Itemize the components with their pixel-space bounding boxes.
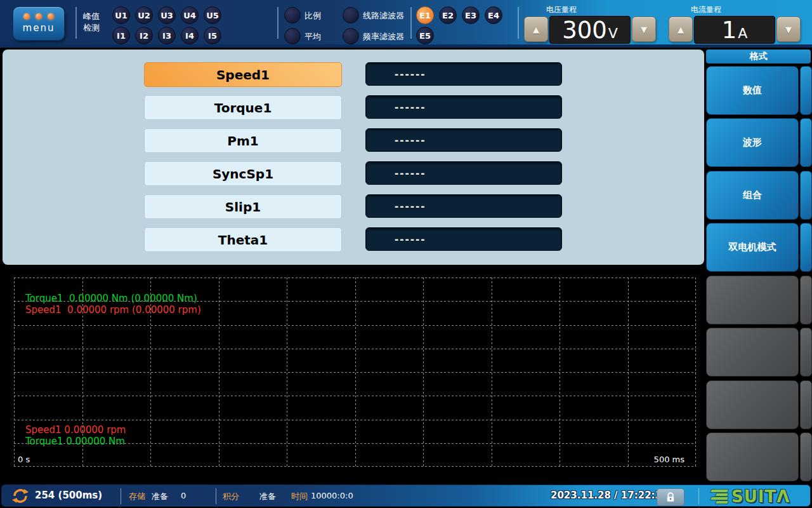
channel-indicator-u4[interactable]: U4 (181, 6, 199, 24)
peak-detect-line1: 峰值 (83, 11, 100, 22)
voltage-range-label: 电压量程 (546, 4, 577, 15)
ratio-label: 比例 (304, 10, 321, 22)
channel-indicator-u2[interactable]: U2 (135, 6, 153, 24)
suita-logo-mark-icon (711, 490, 728, 504)
lock-icon (665, 491, 676, 503)
sidebar-item-combination[interactable]: 组合 (706, 171, 799, 220)
legend-torque-top: Torque1 0.00000 Nm (0.00000 Nm) (25, 293, 197, 304)
sidebar-item-empty-3[interactable] (706, 380, 799, 429)
store-count: 0 (181, 491, 186, 500)
refresh-icon (12, 488, 29, 504)
voltage-range-display: 300 V (549, 16, 631, 44)
param-value-syncsp1: ------ (365, 161, 562, 185)
param-value-theta1: ------ (365, 227, 562, 251)
voltage-range-up-button[interactable]: ▲ (524, 17, 548, 42)
up-triangle-icon: ▲ (533, 25, 539, 34)
sidebar-strip-empty-3[interactable] (800, 380, 812, 429)
param-button-slip1[interactable]: Slip1 (144, 194, 342, 219)
freq-filter-label: 频率滤波器 (363, 31, 404, 43)
x-axis-start-label: 0 s (18, 455, 30, 464)
menu-dot-icon (36, 13, 42, 20)
down-triangle-icon: ▼ (641, 25, 647, 34)
channel-indicator-u5[interactable]: U5 (204, 6, 221, 24)
average-indicator[interactable] (284, 28, 301, 44)
sidebar-strip-combination[interactable] (800, 171, 812, 220)
sidebar-item-empty-2[interactable] (706, 328, 799, 377)
channel-indicator-e5[interactable]: E5 (416, 27, 434, 44)
current-range-display: 1 A (694, 16, 775, 44)
time-label: 时间 (291, 491, 308, 502)
channel-indicator-i1[interactable]: I1 (112, 27, 130, 44)
line-filter-indicator[interactable] (343, 7, 359, 23)
channel-indicator-u1[interactable]: U1 (112, 6, 130, 24)
sidebar-item-numeric[interactable]: 数值 (706, 66, 799, 115)
datetime-display: 2023.11.28 / 17:22:37 (551, 490, 668, 501)
sidebar-item-waveform[interactable]: 波形 (706, 118, 799, 167)
store-label: 存储 (129, 491, 145, 502)
channel-indicator-e1[interactable]: E1 (416, 6, 434, 24)
current-range-down-button[interactable]: ▼ (776, 17, 801, 42)
status-divider (121, 488, 121, 504)
toolbar-divider (277, 7, 278, 39)
sidebar-strip-empty-1[interactable] (800, 276, 812, 324)
channel-indicator-e4[interactable]: E4 (485, 6, 502, 24)
logo-bar (710, 497, 728, 500)
update-rate-counter: 254 (500ms) (35, 490, 102, 501)
channel-indicator-i2[interactable]: I2 (135, 27, 153, 44)
param-button-torque1[interactable]: Torque1 (144, 95, 342, 120)
legend-speed-top: Speed1 0.00000 rpm (0.00000 rpm) (25, 304, 201, 316)
integration-status: 准备 (259, 491, 276, 502)
param-value-speed1: ------ (365, 62, 562, 86)
sidebar-header-format: 格式 (706, 50, 811, 64)
status-bar: 254 (500ms) 存储 准备 0 积分 准备 时间 10000:0:0 2… (1, 485, 811, 507)
time-value: 10000:0:0 (311, 491, 353, 500)
channel-indicator-u3[interactable]: U3 (158, 6, 176, 24)
channel-indicator-i3[interactable]: I3 (158, 27, 176, 44)
sidebar-strip-empty-4[interactable] (800, 432, 812, 481)
down-triangle-icon: ▼ (785, 25, 792, 34)
store-status: 准备 (152, 491, 168, 502)
peak-detect-label: 峰值 检测 (83, 11, 100, 34)
sidebar-item-empty-4[interactable] (706, 432, 799, 481)
line-filter-label: 线路滤波器 (363, 10, 404, 22)
sidebar-strip-numeric[interactable] (800, 66, 812, 115)
logo-bar (716, 501, 728, 504)
channel-indicator-i5[interactable]: I5 (204, 27, 221, 44)
sidebar-item-dual-motor[interactable]: 双电机模式 (706, 223, 799, 272)
param-value-slip1: ------ (365, 194, 562, 218)
sidebar-strip-empty-2[interactable] (800, 328, 812, 377)
param-button-syncsp1[interactable]: SyncSp1 (144, 161, 342, 186)
current-range-label: 电流量程 (691, 4, 721, 15)
channel-indicator-e3[interactable]: E3 (462, 6, 480, 24)
integration-label: 积分 (223, 491, 239, 502)
voltage-range-down-button[interactable]: ▼ (632, 17, 656, 42)
waveform-chart: Torque1 0.00000 Nm (0.00000 Nm) Speed1 0… (14, 277, 696, 467)
ratio-indicator[interactable] (284, 7, 301, 23)
menu-dots-icon (23, 13, 54, 20)
sidebar-strip-dual-motor[interactable] (800, 223, 812, 272)
menu-button[interactable]: menu (13, 6, 65, 41)
param-value-pm1: ------ (365, 128, 562, 152)
param-button-theta1[interactable]: Theta1 (144, 227, 342, 252)
freq-filter-indicator[interactable] (343, 28, 359, 44)
channel-indicator-e2[interactable]: E2 (439, 6, 457, 24)
average-label: 平均 (304, 31, 321, 43)
sidebar-strip-waveform[interactable] (800, 118, 812, 167)
param-button-pm1[interactable]: Pm1 (144, 128, 342, 153)
toolbar-divider (518, 7, 519, 39)
menu-dot-icon (48, 13, 54, 20)
peak-detect-line2: 检测 (83, 22, 100, 34)
channel-indicator-i4[interactable]: I4 (181, 27, 199, 44)
legend-speed-bottom: Speed1 0.00000 rpm (25, 424, 126, 436)
sidebar-item-empty-1[interactable] (706, 276, 799, 324)
voltage-range-value: 300 (562, 18, 607, 42)
param-value-torque1: ------ (365, 95, 562, 119)
current-range-unit: A (738, 25, 747, 41)
current-range-value: 1 (722, 18, 737, 42)
current-range-up-button[interactable]: ▲ (669, 17, 693, 42)
toolbar-divider (410, 7, 412, 39)
logo-bar (716, 493, 728, 496)
x-axis-end-label: 500 ms (654, 455, 684, 464)
lock-button[interactable] (657, 488, 684, 506)
param-button-speed1[interactable]: Speed1 (144, 62, 342, 87)
